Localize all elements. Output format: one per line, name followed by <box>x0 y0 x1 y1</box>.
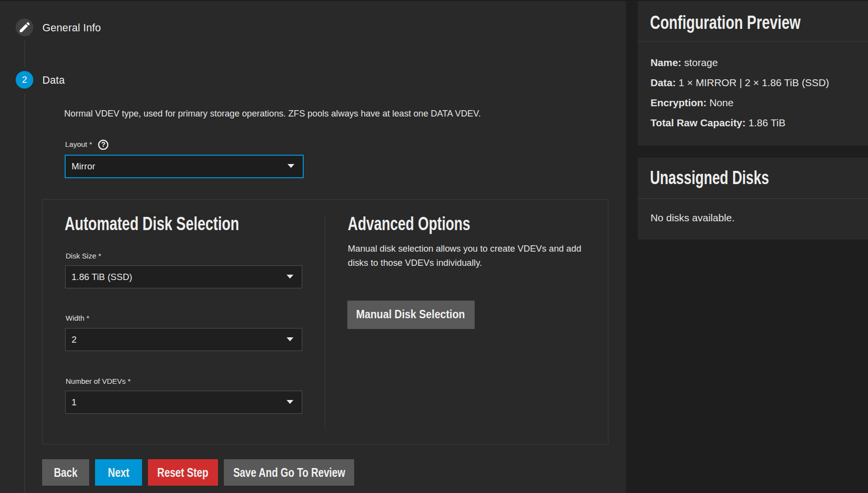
svg-text:?: ? <box>101 141 105 148</box>
